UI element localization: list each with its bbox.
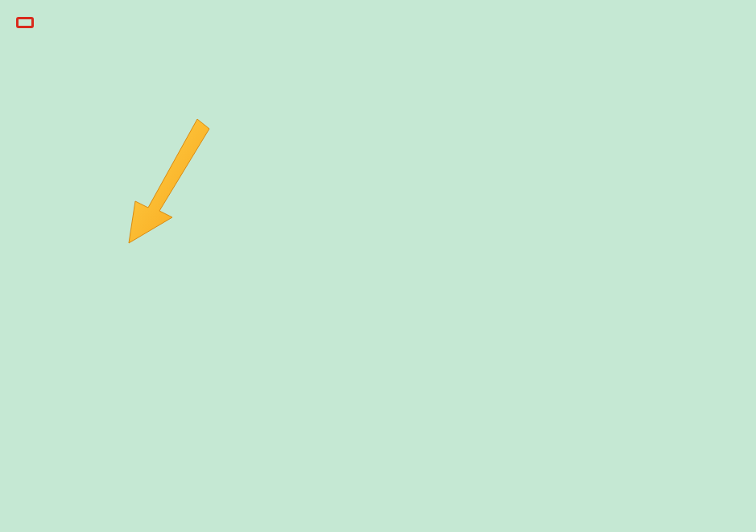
section-background-processes[interactable] (0, 0, 756, 45)
annotation-arrow-icon (121, 113, 217, 250)
section-header-label (16, 17, 34, 28)
svg-marker-0 (129, 119, 209, 243)
